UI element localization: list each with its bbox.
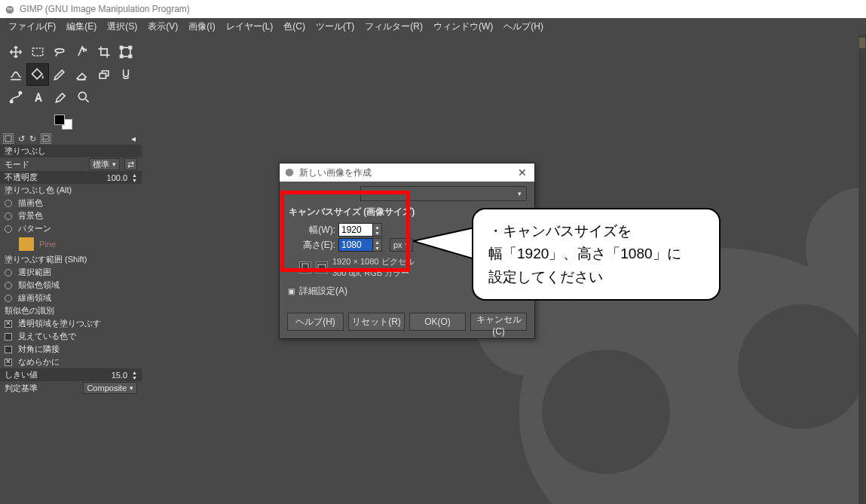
orientation-landscape-icon[interactable] (316, 261, 328, 273)
dock-tab-tooloptions[interactable] (3, 133, 14, 144)
tool-crop[interactable] (93, 41, 115, 63)
template-select[interactable]: ▾ (360, 186, 527, 201)
redo-icon[interactable]: ↻ (29, 134, 36, 144)
threshold-spinner[interactable]: ▲▼ (132, 370, 137, 380)
cancel-button[interactable]: キャンセル(C) (470, 313, 527, 331)
menu-select[interactable]: 選択(S) (102, 19, 142, 35)
tool-rect-select[interactable] (26, 41, 48, 63)
tool-zoom[interactable] (72, 86, 95, 108)
area-sim-radio[interactable]: 類似色領域 (0, 279, 142, 292)
threshold-value: 15.0 (112, 371, 127, 380)
tool-lasso[interactable] (49, 41, 71, 63)
opt-visible-check[interactable]: 見えている色で (0, 330, 142, 343)
unit-select[interactable]: px▾ (390, 238, 413, 252)
menu-view[interactable]: 表示(V) (142, 19, 183, 35)
svg-point-13 (19, 92, 21, 94)
tool-eraser[interactable] (71, 63, 93, 86)
threshold-label: しきい値 (5, 369, 38, 380)
dialog-titlebar[interactable]: 新しい画像を作成 ✕ (280, 163, 534, 182)
width-spinbox[interactable]: ▲▼ (338, 223, 382, 237)
menu-tool[interactable]: ツール(T) (311, 19, 360, 35)
callout-line2: 幅「1920」、高さ「1080」に (488, 243, 704, 265)
opt-diag-check[interactable]: 対角に隣接 (0, 343, 142, 356)
svg-rect-7 (121, 47, 123, 49)
height-label: 高さ(E): (299, 239, 335, 252)
opacity-row[interactable]: 不透明度 100.0 ▲▼ (0, 171, 142, 184)
width-input[interactable] (338, 223, 373, 237)
svg-rect-9 (121, 55, 123, 57)
criteria-label: 判定基準 (5, 383, 38, 394)
height-spinbox[interactable]: ▲▼ (338, 238, 382, 252)
dimension-info: 1920 × 1080 ピクセル 300 dpi, RGB カラー (332, 256, 415, 279)
tool-transform[interactable] (115, 41, 137, 63)
tool-path[interactable] (5, 86, 27, 108)
dialog-title: 新しい画像を作成 (299, 166, 372, 179)
help-button[interactable]: ヘルプ(H) (287, 313, 344, 331)
tool-color-picker[interactable] (50, 86, 72, 108)
callout-line1: ・キャンバスサイズを (488, 220, 704, 243)
mode-swap-icon[interactable]: ⇄ (124, 158, 137, 170)
area-sel-radio[interactable]: 選択範囲 (0, 266, 142, 279)
fg-color-swatch[interactable] (54, 115, 65, 125)
svg-rect-11 (99, 73, 106, 78)
svg-point-12 (11, 100, 13, 102)
undo-icon[interactable]: ↺ (18, 134, 25, 144)
callout-line3: 設定してください (488, 266, 704, 289)
opt-smooth-check[interactable]: ✕なめらかに (0, 356, 142, 368)
dock-tabs: ↺ ↻ ◂ (0, 133, 142, 145)
tool-fuzzy-select[interactable] (71, 41, 93, 63)
menu-layer[interactable]: レイヤー(L) (221, 19, 279, 35)
height-input[interactable] (338, 238, 373, 252)
svg-rect-8 (129, 47, 131, 49)
fill-bg-radio[interactable]: 背景色 (0, 209, 142, 222)
tool-move[interactable] (5, 41, 26, 63)
fill-type-label: 塗りつぶし色 (Alt) (0, 184, 142, 197)
pattern-swatch[interactable]: Pine (0, 235, 142, 253)
tool-smudge[interactable] (115, 63, 137, 86)
opacity-value: 100.0 (107, 173, 128, 182)
menu-file[interactable]: ファイル(F) (3, 19, 61, 35)
opacity-spinner[interactable]: ▲▼ (132, 173, 137, 183)
fill-area-label: 塗りつぶす範囲 (Shift) (0, 253, 142, 266)
window-title: GIMP (GNU Image Manipulation Program) (20, 4, 190, 14)
svg-point-17 (286, 168, 294, 176)
tool-bucket-fill[interactable] (26, 63, 48, 86)
orientation-portrait-icon[interactable] (299, 261, 311, 273)
height-spinner[interactable]: ▲▼ (373, 238, 382, 252)
area-line-radio[interactable]: 線画領域 (0, 292, 142, 304)
menu-help[interactable]: ヘルプ(H) (498, 19, 549, 35)
tool-paintbrush[interactable] (49, 63, 71, 86)
dock-menu-icon[interactable]: ◂ (128, 134, 139, 143)
tool-text[interactable] (27, 86, 50, 108)
reset-button[interactable]: リセット(R) (348, 313, 405, 331)
menu-image[interactable]: 画像(I) (183, 19, 220, 35)
tool-warp[interactable] (5, 63, 26, 86)
fill-fg-radio[interactable]: 描画色 (0, 197, 142, 209)
tool-clone[interactable] (93, 63, 115, 86)
menu-edit[interactable]: 編集(E) (61, 19, 102, 35)
width-label: 幅(W): (299, 224, 335, 237)
svg-point-0 (6, 6, 14, 14)
mode-row: モード 標準▾ ⇄ (0, 157, 142, 171)
right-dock-sliver (858, 35, 866, 504)
criteria-select[interactable]: Composite▾ (83, 382, 137, 394)
dialog-close-icon[interactable]: ✕ (515, 166, 530, 179)
mode-select[interactable]: 標準▾ (89, 158, 120, 170)
ok-button[interactable]: OK(O) (409, 313, 466, 331)
svg-rect-18 (302, 264, 308, 271)
svg-rect-15 (5, 136, 11, 142)
width-spinner[interactable]: ▲▼ (373, 223, 382, 237)
fill-pattern-radio[interactable]: パターン (0, 222, 142, 235)
annotation-callout: ・キャンバスサイズを 幅「1920」、高さ「1080」に 設定してください (413, 208, 730, 313)
dock-tab-images[interactable] (41, 133, 51, 144)
dialog-icon (284, 166, 295, 179)
svg-marker-20 (413, 228, 475, 259)
color-chooser[interactable] (0, 111, 142, 133)
opt-trans-check[interactable]: ✕透明領域を塗りつぶす (0, 317, 142, 330)
svg-point-14 (78, 92, 86, 99)
menu-filter[interactable]: フィルター(R) (360, 19, 428, 35)
menu-window[interactable]: ウィンドウ(W) (428, 19, 498, 35)
svg-rect-19 (318, 264, 326, 270)
threshold-row[interactable]: しきい値 15.0 ▲▼ (0, 368, 142, 381)
menu-color[interactable]: 色(C) (278, 19, 311, 35)
